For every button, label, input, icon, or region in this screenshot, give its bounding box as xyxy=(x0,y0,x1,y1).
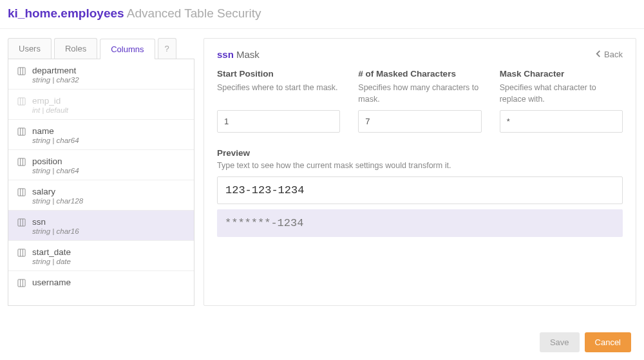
svg-rect-3 xyxy=(18,98,25,105)
cancel-button[interactable]: Cancel xyxy=(585,332,631,352)
preview-label: Preview xyxy=(217,148,623,158)
table-column-icon xyxy=(17,249,26,257)
column-meta: int | default xyxy=(32,106,68,114)
table-column-icon xyxy=(17,67,26,75)
tab-users[interactable]: Users xyxy=(8,38,52,59)
start-input[interactable] xyxy=(217,110,340,133)
column-meta: string | date xyxy=(32,258,71,265)
page-title-text: Advanced Table Security xyxy=(127,6,261,20)
svg-rect-18 xyxy=(18,249,25,256)
column-meta: string | char128 xyxy=(32,197,83,205)
count-label: # of Masked Characters xyxy=(358,69,481,79)
table-column-icon xyxy=(17,158,26,166)
table-column-icon xyxy=(17,218,26,227)
start-label: Start Position xyxy=(217,69,340,79)
column-item-department[interactable]: departmentstring | char32 xyxy=(8,59,194,90)
column-item-emp_id: emp_idint | default xyxy=(8,90,194,120)
page-header: ki_home.employees Advanced Table Securit… xyxy=(0,0,644,29)
preview-output: *******-1234 xyxy=(217,209,623,237)
columns-sidebar: Users Roles Columns ? departmentstring |… xyxy=(8,38,194,306)
table-name: ki_home.employees xyxy=(8,6,124,20)
field-start-position: Start Position Specifies where to start … xyxy=(217,69,340,133)
column-list: departmentstring | char32emp_idint | def… xyxy=(8,59,194,306)
count-input[interactable] xyxy=(358,110,481,133)
svg-rect-15 xyxy=(18,219,25,226)
char-input[interactable] xyxy=(500,110,623,133)
mask-panel: ssn Mask Back Start Position Specifies w… xyxy=(204,38,636,306)
save-button[interactable]: Save xyxy=(540,332,580,352)
svg-rect-21 xyxy=(18,279,25,287)
field-mask-char: Mask Character Specifies what character … xyxy=(500,69,623,133)
back-label: Back xyxy=(604,50,623,59)
column-meta: string | char64 xyxy=(32,137,79,144)
table-column-icon xyxy=(17,279,26,287)
column-item-username[interactable]: username xyxy=(8,271,194,289)
tab-help[interactable]: ? xyxy=(158,38,176,59)
column-item-ssn[interactable]: ssnstring | char16 xyxy=(8,211,194,241)
table-column-icon xyxy=(17,97,26,106)
svg-rect-0 xyxy=(18,68,25,75)
column-item-name[interactable]: namestring | char64 xyxy=(8,120,194,150)
column-name: salary xyxy=(32,187,83,196)
mask-panel-title: ssn Mask xyxy=(217,49,260,60)
column-meta: string | char64 xyxy=(32,167,79,175)
preview-input[interactable] xyxy=(217,176,623,204)
column-name: department xyxy=(32,66,79,75)
back-button[interactable]: Back xyxy=(596,50,623,59)
column-name: name xyxy=(32,126,79,136)
help-icon: ? xyxy=(165,44,169,53)
svg-rect-12 xyxy=(18,189,25,196)
column-name: position xyxy=(32,156,79,166)
start-desc: Specifies where to start the mask. xyxy=(217,82,340,105)
preview-desc: Type text to see how the current mask se… xyxy=(217,161,623,170)
sidebar-tabs: Users Roles Columns ? xyxy=(8,38,194,59)
mask-suffix: Mask xyxy=(236,49,260,60)
column-item-salary[interactable]: salarystring | char128 xyxy=(8,180,194,211)
count-desc: Specifies how many characters to mask. xyxy=(358,82,481,105)
column-meta: string | char32 xyxy=(32,76,79,84)
column-meta: string | char16 xyxy=(32,227,79,235)
chevron-left-icon xyxy=(596,50,601,59)
char-label: Mask Character xyxy=(500,69,623,79)
page-title: ki_home.employees Advanced Table Securit… xyxy=(8,6,636,21)
tab-columns[interactable]: Columns xyxy=(100,39,155,59)
column-name: ssn xyxy=(32,217,79,227)
column-name: emp_id xyxy=(32,96,68,106)
column-item-position[interactable]: positionstring | char64 xyxy=(8,150,194,180)
table-column-icon xyxy=(17,188,26,196)
char-desc: Specifies what character to replace with… xyxy=(500,82,623,105)
column-item-start_date[interactable]: start_datestring | date xyxy=(8,241,194,271)
tab-roles[interactable]: Roles xyxy=(54,38,97,59)
table-column-icon xyxy=(17,128,26,136)
column-name: username xyxy=(32,278,71,287)
svg-rect-6 xyxy=(18,128,25,135)
svg-rect-9 xyxy=(18,158,25,166)
column-name: start_date xyxy=(32,247,71,257)
mask-column-name: ssn xyxy=(217,49,234,60)
footer-buttons: Save Cancel xyxy=(540,332,631,352)
field-masked-chars: # of Masked Characters Specifies how man… xyxy=(358,69,481,133)
